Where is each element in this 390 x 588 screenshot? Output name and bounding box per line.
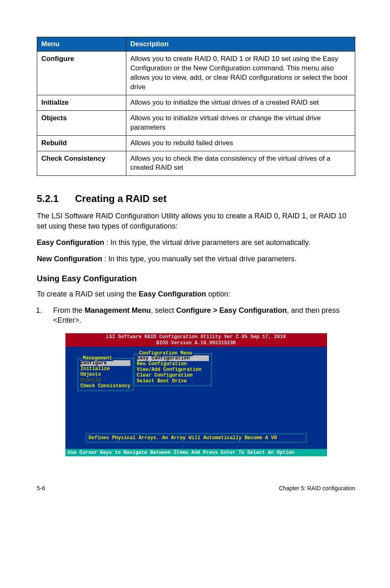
- section-heading: 5.2.1 Creating a RAID set: [37, 193, 355, 204]
- cell-menu: Initialize: [37, 95, 126, 110]
- step1-b: Management Menu: [85, 306, 151, 314]
- col-header-menu: Menu: [37, 37, 126, 52]
- step1-c: , select: [151, 306, 176, 314]
- cell-menu: Check Consistency: [37, 151, 126, 176]
- page-number: 5-6: [37, 485, 45, 491]
- easy-config-label: Easy Configuration: [37, 238, 104, 247]
- cell-menu: Rebuild: [37, 135, 126, 151]
- bios-mgmt-item-check: Check Consistency: [81, 383, 130, 389]
- steps-list: From the Management Menu, select Configu…: [37, 305, 355, 325]
- new-config-paragraph: New Configuration : In this type, you ma…: [37, 254, 355, 264]
- subheading-using-easy: Using Easy Configuration: [37, 274, 355, 283]
- bios-management-menu: Management Configure Initialize Objects …: [78, 358, 133, 391]
- bios-titlebar: LSI Software RAID Configuration Utility …: [65, 333, 327, 347]
- step1-a: From the: [53, 306, 85, 314]
- bios-hint-box: Defines Physical Arrays. An Array Will A…: [86, 433, 307, 442]
- new-config-text: : In this type, you manually set the vir…: [102, 255, 296, 263]
- create-intro-a: To create a RAID set using the: [37, 290, 139, 298]
- cell-desc: Allows you to check the data consistency…: [126, 151, 355, 176]
- bios-cfg-item-easy: Easy Configuration: [137, 355, 209, 361]
- cell-desc: Allows you to create RAID 0, RAID 1 or R…: [126, 52, 355, 95]
- bios-mgmt-item-objects: Objects: [81, 372, 130, 377]
- table-row: Objects Allows you to initialize virtual…: [37, 110, 355, 135]
- col-header-description: Description: [126, 37, 355, 52]
- page-footer: 5-6 Chapter 5: RAID configuration: [37, 485, 355, 491]
- new-config-label: New Configuration: [37, 255, 102, 263]
- bios-footer: Use Cursor Keys to Navigate Between Item…: [65, 449, 327, 456]
- create-intro: To create a RAID set using the Easy Conf…: [37, 289, 355, 299]
- bios-cfg-item-boot: Select Boot Drive: [137, 378, 209, 384]
- bios-mgmt-item-rebuild: Rebuild: [81, 377, 130, 383]
- easy-config-text: : In this type, the virtual drive parame…: [104, 238, 310, 247]
- chapter-label: Chapter 5: RAID configuration: [279, 485, 355, 491]
- cell-menu: Objects: [37, 110, 126, 135]
- bios-management-label: Management: [82, 355, 113, 361]
- bios-mgmt-item-initialize: Initialize: [81, 366, 130, 372]
- bios-title-line1: LSI Software RAID Configuration Utility …: [65, 334, 327, 340]
- bios-config-label: Configuration Menu: [139, 350, 193, 356]
- cell-desc: Allows you to initialize the virtual dri…: [126, 95, 355, 110]
- easy-config-paragraph: Easy Configuration : In this type, the v…: [37, 238, 355, 247]
- table-row: Rebuild Allows you to rebuild failed dri…: [37, 135, 355, 151]
- intro-paragraph: The LSI Software RAID Configuration Util…: [37, 211, 355, 231]
- bios-screenshot: LSI Software RAID Configuration Utility …: [65, 333, 327, 456]
- bios-cfg-item-view: View/Add Configuration: [137, 367, 209, 373]
- bios-cfg-item-clear: Clear Configuration: [137, 373, 209, 378]
- cell-menu: Configure: [37, 52, 126, 95]
- menu-description-table: Menu Description Configure Allows you to…: [37, 37, 355, 176]
- step1-d: Configure > Easy Configuration: [176, 306, 287, 314]
- create-intro-b: Easy Configuration: [139, 290, 206, 298]
- section-number: 5.2.1: [37, 193, 58, 204]
- table-row: Configure Allows you to create RAID 0, R…: [37, 52, 355, 95]
- table-row: Initialize Allows you to initialize the …: [37, 95, 355, 110]
- cell-desc: Allows you to rebuild failed drives: [126, 135, 355, 151]
- table-row: Check Consistency Allows you to check th…: [37, 151, 355, 176]
- bios-configuration-menu: Configuration Menu Easy Configuration Ne…: [134, 353, 212, 386]
- create-intro-c: option:: [206, 290, 230, 298]
- cell-desc: Allows you to initialize virtual drives …: [126, 110, 355, 135]
- bios-title-line2: BIOS Version A.10.09231523R: [65, 340, 327, 346]
- step-item: From the Management Menu, select Configu…: [44, 305, 355, 325]
- bios-mgmt-item-configure: Configure: [81, 360, 130, 366]
- bios-cfg-item-new: New Configuration: [137, 361, 209, 367]
- section-title: Creating a RAID set: [75, 193, 166, 204]
- bios-body: Management Configure Initialize Objects …: [65, 347, 327, 449]
